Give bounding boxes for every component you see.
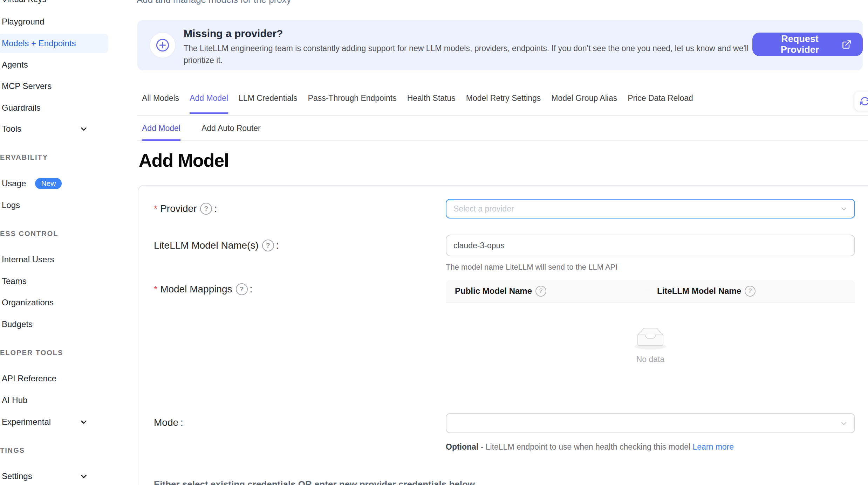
banner-title: Missing a provider? [184, 28, 283, 40]
sidebar-item-label: Agents [2, 60, 28, 70]
sidebar-item-label: Experimental [2, 417, 51, 427]
empty-state: No data [446, 303, 855, 388]
credentials-note: Either select existing credentials OR en… [154, 479, 475, 485]
subtab-add-model[interactable]: Add Model [142, 123, 180, 141]
page-title: Add Model [139, 150, 229, 171]
add-model-form-card: Provider Select a provider LiteLLM Model… [138, 185, 868, 485]
tab-add-model[interactable]: Add Model [190, 93, 228, 114]
help-icon[interactable] [262, 240, 274, 251]
provider-select-placeholder: Select a provider [453, 204, 514, 214]
sidebar: Virtual Keys Playground Models + Endpoin… [0, 0, 105, 485]
sidebar-item-label: Guardrails [2, 103, 41, 113]
sidebar-item-mcp-servers[interactable]: MCP Servers [2, 77, 102, 95]
sidebar-item-label: Virtual Keys [2, 0, 47, 4]
model-name-help: The model name LiteLLM will send to the … [446, 263, 617, 272]
sidebar-item-label: AI Hub [2, 395, 27, 405]
sidebar-section-settings: TINGS [0, 446, 25, 455]
help-icon[interactable] [236, 283, 248, 295]
chevron-down-icon [79, 417, 88, 427]
plus-circle-icon [150, 33, 175, 58]
external-link-icon [842, 40, 852, 49]
tab-model-group-alias[interactable]: Model Group Alias [551, 93, 617, 114]
chevron-down-icon [79, 124, 88, 133]
sidebar-item-label: Teams [2, 276, 27, 286]
sidebar-item-label: API Reference [2, 374, 56, 383]
sidebar-item-label: Playground [2, 17, 44, 27]
chevron-down-icon [79, 472, 88, 481]
page-subtitle: Add and manage models for the proxy [137, 0, 291, 5]
missing-provider-banner: Missing a provider? The LiteLLM engineer… [137, 20, 863, 70]
sidebar-item-usage[interactable]: Usage New [2, 174, 102, 193]
mode-select[interactable] [446, 413, 855, 433]
sidebar-item-teams[interactable]: Teams [2, 272, 102, 290]
chevron-down-icon [840, 419, 848, 428]
mode-help-bold: Optional [446, 442, 478, 451]
sidebar-item-settings[interactable]: Settings [2, 467, 102, 485]
tab-pass-through-endpoints[interactable]: Pass-Through Endpoints [308, 93, 397, 114]
sidebar-item-label: Usage [2, 179, 26, 188]
sidebar-item-budgets[interactable]: Budgets [2, 315, 102, 333]
sidebar-item-models-endpoints[interactable]: Models + Endpoints [0, 34, 108, 53]
sidebar-item-label: Budgets [2, 319, 33, 329]
tab-all-models[interactable]: All Models [142, 93, 179, 114]
banner-body: The LiteLLM engineering team is constant… [184, 42, 779, 66]
provider-label: Provider [154, 199, 217, 219]
help-icon[interactable] [745, 286, 756, 297]
sidebar-item-agents[interactable]: Agents [2, 56, 102, 74]
mode-help: Optional - LiteLLM endpoint to use when … [446, 439, 789, 454]
new-badge: New [35, 178, 62, 189]
sidebar-section-access-control: ESS CONTROL [0, 230, 58, 238]
refresh-icon [860, 96, 868, 106]
sidebar-item-label: Settings [2, 471, 32, 481]
sidebar-item-playground[interactable]: Playground [2, 13, 102, 31]
table-header-row: Public Model Name LiteLLM Model Name [446, 280, 855, 303]
sidebar-section-developer-tools: ELOPER TOOLS [0, 349, 63, 357]
mode-label: Mode [154, 413, 183, 432]
column-public-model-name: Public Model Name [446, 286, 648, 297]
sidebar-section-observability: ERVABILITY [0, 153, 48, 161]
column-litellm-model-name: LiteLLM Model Name [648, 286, 756, 297]
help-icon[interactable] [535, 286, 546, 297]
tab-health-status[interactable]: Health Status [407, 93, 456, 114]
sidebar-item-label: Organizations [2, 298, 54, 307]
sidebar-item-guardrails[interactable]: Guardrails [2, 99, 102, 117]
subtab-add-auto-router[interactable]: Add Auto Router [201, 123, 261, 141]
chevron-down-icon [840, 205, 848, 213]
request-provider-label: Request Provider [764, 34, 836, 55]
provider-select[interactable]: Select a provider [446, 199, 855, 219]
tabs-divider [137, 115, 868, 116]
sidebar-item-tools[interactable]: Tools [2, 120, 102, 138]
sidebar-item-logs[interactable]: Logs [2, 196, 102, 214]
help-icon[interactable] [200, 203, 212, 215]
sidebar-item-label: MCP Servers [2, 81, 52, 91]
tab-llm-credentials[interactable]: LLM Credentials [239, 93, 297, 114]
model-mappings-table: Public Model Name LiteLLM Model Name No [446, 280, 855, 388]
sidebar-item-organizations[interactable]: Organizations [2, 293, 102, 312]
litellm-model-name-label: LiteLLM Model Name(s) [154, 235, 279, 256]
add-model-subtabs: Add Model Add Auto Router [142, 123, 261, 141]
sidebar-item-experimental[interactable]: Experimental [2, 413, 102, 431]
required-asterisk [154, 284, 157, 295]
required-asterisk [154, 203, 157, 214]
sidebar-item-ai-hub[interactable]: AI Hub [2, 391, 102, 409]
learn-more-link[interactable]: Learn more [692, 442, 734, 451]
sidebar-item-virtual-keys[interactable]: Virtual Keys [2, 0, 102, 8]
sidebar-item-label: Internal Users [2, 255, 54, 264]
refresh-button[interactable] [854, 92, 868, 111]
request-provider-button[interactable]: Request Provider [752, 33, 863, 56]
sidebar-item-internal-users[interactable]: Internal Users [2, 250, 102, 269]
model-tabs: All Models Add Model LLM Credentials Pas… [142, 93, 693, 114]
litellm-model-name-input[interactable] [446, 235, 855, 256]
tab-model-retry-settings[interactable]: Model Retry Settings [466, 93, 541, 114]
empty-inbox-icon [632, 327, 669, 350]
sidebar-item-label: Logs [2, 200, 20, 210]
model-mappings-label: Model Mappings [154, 279, 252, 299]
mode-help-text: - LiteLLM endpoint to use when health ch… [478, 442, 692, 451]
tab-price-data-reload[interactable]: Price Data Reload [628, 93, 693, 114]
sidebar-item-api-reference[interactable]: API Reference [2, 369, 102, 388]
empty-state-text: No data [636, 355, 665, 364]
sidebar-item-label: Models + Endpoints [2, 39, 76, 48]
sidebar-item-label: Tools [2, 124, 21, 134]
